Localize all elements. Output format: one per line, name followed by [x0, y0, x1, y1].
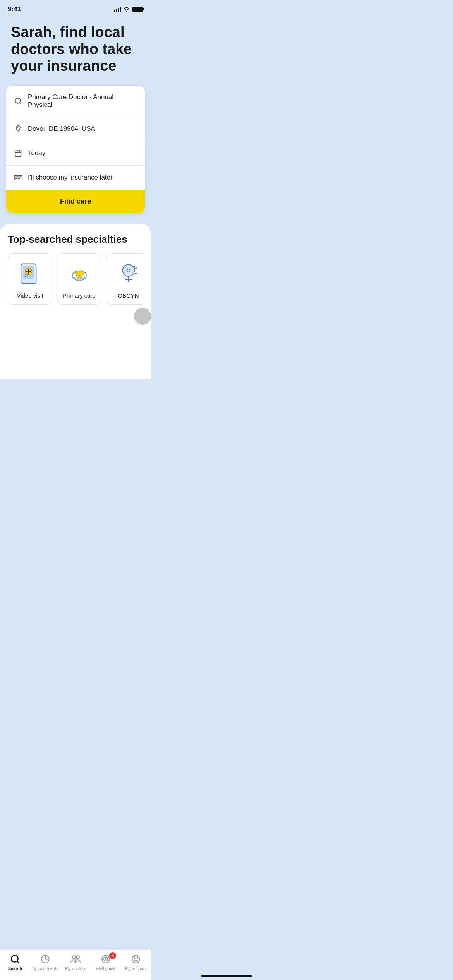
specialty-card-obgyn[interactable]: OBGYN	[106, 253, 143, 305]
svg-line-1	[20, 103, 21, 104]
calendar-icon	[14, 149, 22, 158]
signal-icon	[114, 7, 121, 12]
svg-point-27	[135, 273, 136, 274]
scroll-hint	[134, 308, 151, 325]
insurance-value: I'll choose my insurance later	[28, 174, 113, 182]
svg-rect-7	[14, 175, 22, 180]
specialty-value: Primary Care Doctor · Annual Physical	[28, 93, 137, 109]
svg-point-20	[81, 273, 81, 274]
wifi-icon	[123, 7, 130, 12]
date-row[interactable]: Today	[6, 141, 145, 166]
primary-care-icon	[65, 260, 93, 288]
svg-rect-3	[15, 151, 21, 156]
specialty-card-primary-care[interactable]: Primary care	[57, 253, 101, 305]
specialty-card-video-visit[interactable]: Video visit	[8, 253, 52, 305]
primary-care-label: Primary care	[63, 292, 96, 299]
white-section: Top-searched specialties	[0, 224, 151, 379]
svg-point-23	[129, 269, 130, 270]
status-icons	[114, 7, 143, 12]
location-row[interactable]: Dover, DE 19904, USA	[6, 117, 145, 141]
obgyn-icon	[115, 260, 142, 288]
page-title: Sarah, find local doctors who take your …	[11, 24, 140, 75]
specialties-row: Video visit Primary care	[8, 253, 143, 308]
svg-line-28	[134, 266, 135, 267]
location-value: Dover, DE 19904, USA	[28, 125, 95, 133]
battery-icon	[132, 7, 143, 12]
search-icon	[14, 97, 22, 105]
svg-point-18	[26, 275, 27, 276]
status-bar: 9:41	[0, 0, 151, 16]
specialty-row[interactable]: Primary Care Doctor · Annual Physical	[6, 86, 145, 117]
video-visit-label: Video visit	[17, 292, 43, 299]
svg-point-19	[77, 273, 78, 274]
video-visit-icon	[16, 260, 44, 288]
location-icon	[14, 125, 22, 133]
svg-point-16	[25, 274, 27, 277]
insurance-row[interactable]: I'll choose my insurance later	[6, 166, 145, 190]
insurance-icon	[14, 173, 22, 182]
header-section: Sarah, find local doctors who take your …	[0, 16, 151, 86]
obgyn-label: OBGYN	[118, 292, 139, 299]
svg-point-22	[126, 269, 127, 270]
specialties-title: Top-searched specialties	[8, 233, 143, 245]
svg-point-17	[26, 275, 26, 276]
svg-point-21	[122, 264, 134, 276]
status-time: 9:41	[8, 5, 21, 13]
date-value: Today	[28, 149, 45, 157]
search-card: Primary Care Doctor · Annual Physical Do…	[6, 86, 145, 213]
find-care-button[interactable]: Find care	[6, 190, 145, 213]
svg-point-2	[17, 127, 19, 128]
